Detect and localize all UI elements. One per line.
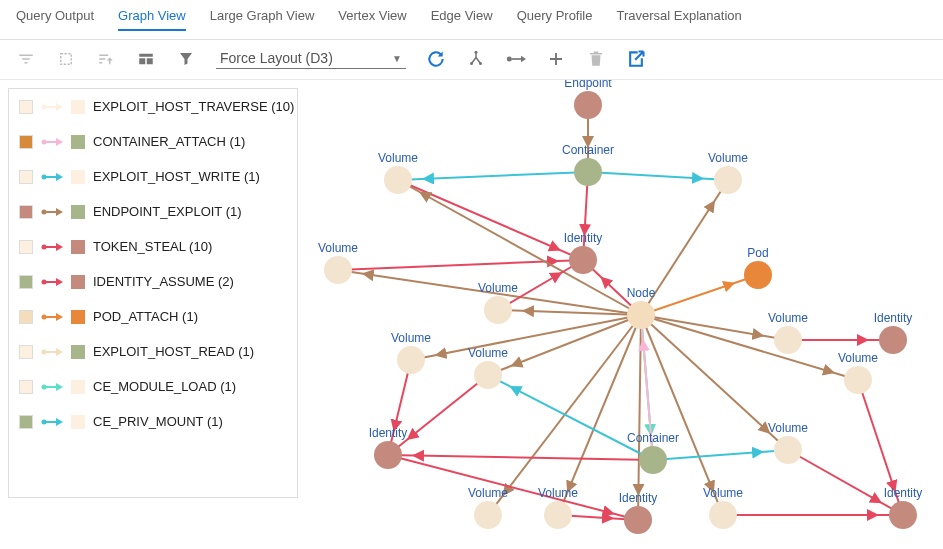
graph-node[interactable]: Node xyxy=(627,286,656,329)
legend-swatch xyxy=(71,380,85,394)
delete-icon[interactable] xyxy=(586,49,606,69)
tab-query-output[interactable]: Query Output xyxy=(16,6,94,31)
graph-node[interactable]: Volume xyxy=(391,331,431,374)
graph-edge[interactable] xyxy=(641,315,723,515)
legend-row[interactable]: CE_PRIV_MOUNT (1) xyxy=(9,404,297,439)
svg-point-39 xyxy=(639,446,667,474)
legend-panel[interactable]: EXPLOIT_HOST_TRAVERSE (10) CONTAINER_ATT… xyxy=(8,88,298,498)
svg-point-26 xyxy=(384,166,412,194)
graph-edge[interactable] xyxy=(388,360,411,455)
plus-icon[interactable] xyxy=(546,49,566,69)
legend-arrow-icon xyxy=(41,312,63,322)
legend-swatch xyxy=(19,135,33,149)
svg-point-6 xyxy=(42,139,47,144)
legend-swatch xyxy=(71,170,85,184)
layout-selector[interactable]: Force Layout (D3) ▼ xyxy=(216,48,406,69)
graph-node-label: Pod xyxy=(747,246,768,260)
legend-swatch xyxy=(19,205,33,219)
graph-edge[interactable] xyxy=(388,455,638,520)
graph-edge[interactable] xyxy=(638,315,641,520)
graph-edge[interactable] xyxy=(388,455,653,460)
legend-row[interactable]: EXPLOIT_HOST_WRITE (1) xyxy=(9,159,297,194)
graph-node[interactable]: Volume xyxy=(838,351,878,394)
graph-node-label: Volume xyxy=(838,351,878,365)
graph-edge[interactable] xyxy=(398,172,588,180)
tab-edge-view[interactable]: Edge View xyxy=(431,6,493,31)
tab-graph-view[interactable]: Graph View xyxy=(118,6,186,31)
funnel-icon[interactable] xyxy=(176,49,196,69)
legend-label: ENDPOINT_EXPLOIT (1) xyxy=(93,204,242,219)
tab-query-profile[interactable]: Query Profile xyxy=(517,6,593,31)
filter-lines-icon[interactable] xyxy=(16,49,36,69)
legend-label: EXPLOIT_HOST_READ (1) xyxy=(93,344,254,359)
tab-large-graph-view[interactable]: Large Graph View xyxy=(210,6,315,31)
graph-edge[interactable] xyxy=(398,180,583,260)
graph-edge[interactable] xyxy=(558,315,641,515)
legend-swatch xyxy=(19,345,33,359)
legend-row[interactable]: IDENTITY_ASSUME (2) xyxy=(9,264,297,299)
legend-label: CE_PRIV_MOUNT (1) xyxy=(93,414,223,429)
graph-node[interactable]: Identity xyxy=(369,426,408,469)
svg-point-16 xyxy=(42,314,47,319)
crop-icon[interactable] xyxy=(56,49,76,69)
graph-edge[interactable] xyxy=(388,375,488,455)
table-icon[interactable] xyxy=(136,49,156,69)
graph-edge[interactable] xyxy=(488,375,653,460)
graph-edge[interactable] xyxy=(788,450,903,515)
graph-edge[interactable] xyxy=(411,315,641,360)
graph-node[interactable]: Endpoint xyxy=(564,80,612,119)
graph-node[interactable]: Volume xyxy=(703,486,743,529)
graph-node[interactable]: Identity xyxy=(874,311,913,354)
graph-node-label: Identity xyxy=(619,491,658,505)
graph-node-label: Volume xyxy=(468,346,508,360)
svg-point-41 xyxy=(474,501,502,529)
graph-canvas[interactable]: EndpointContainerVolumeVolumeIdentityVol… xyxy=(298,80,943,549)
svg-point-42 xyxy=(544,501,572,529)
svg-point-44 xyxy=(709,501,737,529)
tree-icon[interactable] xyxy=(466,49,486,69)
graph-node[interactable]: Container xyxy=(562,143,614,186)
legend-swatch xyxy=(19,170,33,184)
graph-node-label: Volume xyxy=(391,331,431,345)
export-icon[interactable] xyxy=(626,49,646,69)
graph-node[interactable]: Pod xyxy=(744,246,772,289)
graph-node-label: Identity xyxy=(564,231,603,245)
legend-arrow-icon xyxy=(41,347,63,357)
legend-swatch xyxy=(71,240,85,254)
svg-point-31 xyxy=(484,296,512,324)
svg-point-14 xyxy=(42,279,47,284)
graph-edge[interactable] xyxy=(641,275,758,315)
svg-point-28 xyxy=(569,246,597,274)
layout-selector-label: Force Layout (D3) xyxy=(220,50,384,66)
tab-vertex-view[interactable]: Vertex View xyxy=(338,6,406,31)
link-icon[interactable] xyxy=(506,49,526,69)
graph-node[interactable]: Volume xyxy=(468,486,508,529)
graph-edge[interactable] xyxy=(588,172,728,180)
legend-row[interactable]: POD_ATTACH (1) xyxy=(9,299,297,334)
graph-node[interactable]: Volume xyxy=(768,311,808,354)
svg-point-3 xyxy=(507,56,512,61)
sort-icon[interactable] xyxy=(96,49,116,69)
graph-node-label: Identity xyxy=(369,426,408,440)
legend-row[interactable]: EXPLOIT_HOST_READ (1) xyxy=(9,334,297,369)
legend-row[interactable]: CE_MODULE_LOAD (1) xyxy=(9,369,297,404)
legend-row[interactable]: ENDPOINT_EXPLOIT (1) xyxy=(9,194,297,229)
graph-edge[interactable] xyxy=(641,315,858,380)
refresh-icon[interactable] xyxy=(426,49,446,69)
graph-node[interactable]: Volume xyxy=(708,151,748,194)
legend-row[interactable]: TOKEN_STEAL (10) xyxy=(9,229,297,264)
legend-swatch xyxy=(71,415,85,429)
graph-node[interactable]: Volume xyxy=(318,241,358,284)
svg-point-33 xyxy=(774,326,802,354)
tab-traversal-explanation[interactable]: Traversal Explanation xyxy=(617,6,742,31)
graph-node[interactable]: Volume xyxy=(538,486,578,529)
graph-edge[interactable] xyxy=(653,450,788,460)
legend-swatch xyxy=(19,415,33,429)
legend-row[interactable]: EXPLOIT_HOST_TRAVERSE (10) xyxy=(9,89,297,124)
legend-row[interactable]: CONTAINER_ATTACH (1) xyxy=(9,124,297,159)
view-tabs: Query OutputGraph ViewLarge Graph ViewVe… xyxy=(0,0,943,40)
graph-edge[interactable] xyxy=(398,180,641,315)
graph-node[interactable]: Identity xyxy=(619,491,658,534)
graph-node[interactable]: Container xyxy=(627,431,679,474)
legend-label: POD_ATTACH (1) xyxy=(93,309,198,324)
